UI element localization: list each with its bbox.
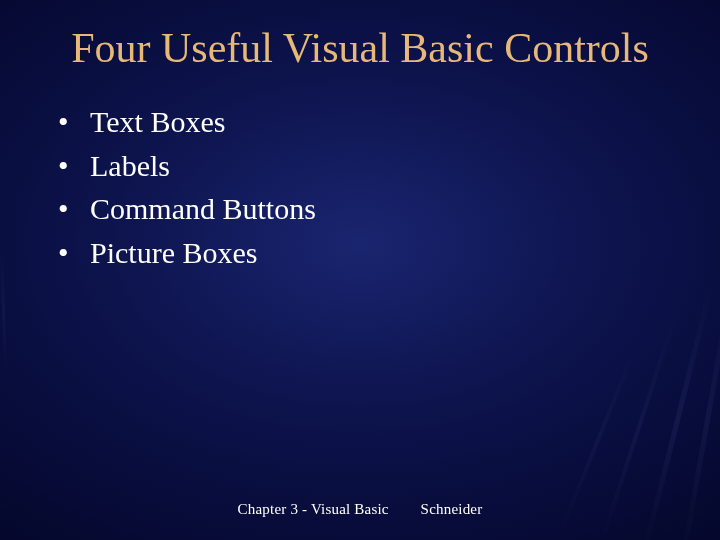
list-item: Text Boxes <box>58 100 720 144</box>
footer-author: Schneider <box>421 501 483 517</box>
list-item: Command Buttons <box>58 187 720 231</box>
decorative-streak <box>679 272 720 540</box>
bullet-list: Text Boxes Labels Command Buttons Pictur… <box>0 100 720 274</box>
slide-footer: Chapter 3 - Visual Basic Schneider <box>0 501 720 518</box>
footer-chapter: Chapter 3 - Visual Basic <box>238 501 389 517</box>
slide-title: Four Useful Visual Basic Controls <box>0 0 720 72</box>
list-item: Picture Boxes <box>58 231 720 275</box>
list-item: Labels <box>58 144 720 188</box>
